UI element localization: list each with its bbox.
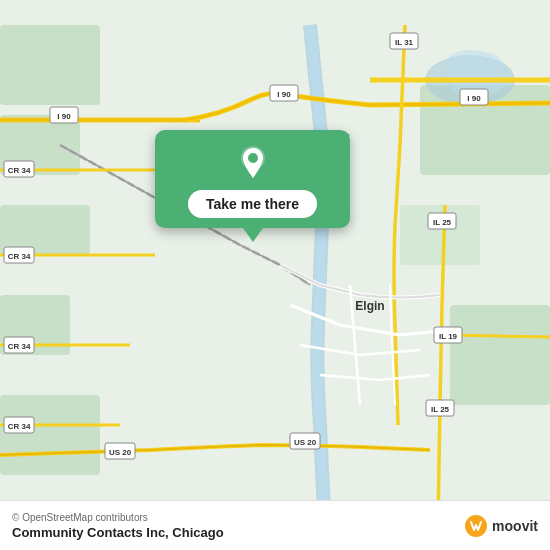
svg-text:I 90: I 90 <box>277 90 291 99</box>
svg-text:CR 34: CR 34 <box>8 342 31 351</box>
svg-text:CR 34: CR 34 <box>8 166 31 175</box>
svg-text:I 90: I 90 <box>57 112 71 121</box>
svg-rect-7 <box>450 305 550 405</box>
svg-text:IL 19: IL 19 <box>439 332 458 341</box>
svg-text:IL 25: IL 25 <box>433 218 452 227</box>
moovit-text: moovit <box>492 518 538 534</box>
bottom-bar: © OpenStreetMap contributors Community C… <box>0 500 550 550</box>
bottom-bar-info: © OpenStreetMap contributors Community C… <box>12 512 224 540</box>
svg-rect-5 <box>0 395 100 475</box>
svg-text:Elgin: Elgin <box>355 299 384 313</box>
svg-text:CR 34: CR 34 <box>8 422 31 431</box>
take-me-there-button[interactable]: Take me there <box>188 190 317 218</box>
svg-text:US 20: US 20 <box>109 448 132 457</box>
map-container: Fox River IL 31 I 90 I 90 I 90 CR 34 CR … <box>0 0 550 550</box>
location-pin-icon <box>234 144 272 182</box>
svg-text:IL 25: IL 25 <box>431 405 450 414</box>
moovit-logo: moovit <box>464 514 538 538</box>
moovit-icon <box>464 514 488 538</box>
map-svg: Fox River IL 31 I 90 I 90 I 90 CR 34 CR … <box>0 0 550 550</box>
svg-text:US 20: US 20 <box>294 438 317 447</box>
svg-text:I 90: I 90 <box>467 94 481 103</box>
svg-text:CR 34: CR 34 <box>8 252 31 261</box>
location-title: Community Contacts Inc, Chicago <box>12 525 224 540</box>
copyright-text: © OpenStreetMap contributors <box>12 512 224 523</box>
svg-rect-1 <box>0 25 100 105</box>
svg-text:IL 31: IL 31 <box>395 38 414 47</box>
popup-card: Take me there <box>155 130 350 228</box>
svg-point-39 <box>248 153 258 163</box>
